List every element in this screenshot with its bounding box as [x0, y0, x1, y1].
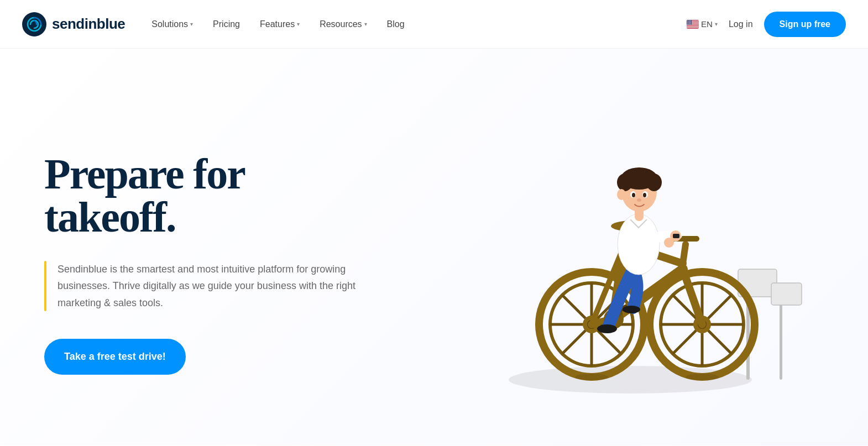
svg-point-20	[688, 22, 689, 22]
nav-resources[interactable]: Resources ▾	[320, 19, 367, 29]
navbar-right: EN ▾ Log in Sign up free	[687, 12, 846, 37]
svg-point-16	[689, 21, 689, 22]
svg-point-21	[689, 22, 689, 22]
svg-point-13	[691, 20, 691, 20]
resources-chevron-icon: ▾	[364, 21, 367, 27]
svg-point-22	[690, 22, 691, 22]
svg-point-9	[687, 20, 688, 20]
svg-rect-6	[687, 26, 699, 27]
features-link[interactable]: Features ▾	[260, 19, 300, 29]
svg-point-31	[689, 24, 689, 24]
svg-point-24	[687, 23, 688, 23]
svg-point-72	[623, 306, 640, 313]
nav-blog[interactable]: Blog	[387, 19, 405, 29]
solutions-link[interactable]: Solutions ▾	[151, 19, 193, 29]
lang-label: EN	[701, 19, 713, 29]
svg-point-34	[509, 366, 752, 393]
navbar: sendinblue Solutions ▾ Pricing Features …	[0, 0, 868, 49]
svg-point-18	[691, 21, 691, 22]
nav-solutions[interactable]: Solutions ▾	[151, 19, 193, 29]
svg-point-56	[686, 374, 719, 380]
login-link[interactable]: Log in	[729, 19, 753, 29]
svg-point-32	[690, 24, 691, 24]
svg-point-12	[690, 20, 691, 20]
logo-link[interactable]: sendinblue	[22, 12, 125, 36]
blog-link[interactable]: Blog	[387, 19, 405, 29]
sendinblue-logo-icon	[22, 12, 46, 36]
features-chevron-icon: ▾	[297, 21, 300, 27]
resources-link[interactable]: Resources ▾	[320, 19, 367, 29]
hero-illustration	[370, 49, 868, 445]
hero-content: Prepare for takeoff. Sendinblue is the s…	[44, 153, 376, 375]
svg-point-0	[22, 12, 46, 36]
hero-scene-svg	[426, 81, 813, 413]
solutions-chevron-icon: ▾	[190, 21, 193, 27]
nav-features[interactable]: Features ▾	[260, 19, 300, 29]
svg-point-19	[687, 22, 688, 22]
svg-point-86	[637, 198, 641, 202]
svg-point-30	[688, 24, 689, 24]
svg-point-26	[689, 23, 689, 23]
navbar-left: sendinblue Solutions ▾ Pricing Features …	[22, 12, 405, 36]
svg-rect-38	[771, 283, 802, 305]
hero-section: Prepare for takeoff. Sendinblue is the s…	[0, 49, 868, 445]
hero-title: Prepare for takeoff.	[44, 153, 376, 239]
svg-point-23	[691, 22, 691, 22]
cta-button[interactable]: Take a free test drive!	[44, 339, 186, 375]
yellow-accent-bar	[44, 261, 46, 312]
nav-pricing[interactable]: Pricing	[213, 19, 240, 29]
svg-point-81	[646, 174, 662, 191]
svg-rect-76	[673, 234, 679, 238]
svg-point-28	[691, 23, 691, 23]
hero-description-container: Sendinblue is the smartest and most intu…	[44, 261, 376, 312]
lang-chevron-icon: ▾	[715, 21, 718, 27]
svg-point-33	[691, 24, 691, 24]
svg-line-63	[683, 244, 686, 264]
svg-point-10	[688, 20, 689, 20]
svg-point-75	[664, 238, 674, 248]
svg-point-71	[597, 324, 617, 333]
svg-rect-5	[687, 24, 699, 25]
hero-description: Sendinblue is the smartest and most intu…	[57, 261, 376, 312]
svg-point-29	[687, 24, 688, 24]
signup-button[interactable]: Sign up free	[764, 12, 846, 37]
pricing-link[interactable]: Pricing	[213, 19, 240, 29]
svg-rect-37	[780, 302, 782, 380]
svg-point-87	[617, 189, 626, 200]
svg-point-14	[687, 21, 688, 22]
svg-point-11	[689, 20, 689, 20]
svg-point-15	[688, 21, 689, 22]
svg-rect-7	[687, 27, 699, 28]
nav-links: Solutions ▾ Pricing Features ▾ Resources…	[151, 19, 404, 29]
svg-point-27	[690, 23, 691, 23]
svg-point-83	[632, 193, 635, 197]
svg-point-25	[688, 23, 689, 23]
svg-point-80	[617, 174, 632, 191]
us-flag-icon	[687, 20, 699, 29]
logo-text: sendinblue	[52, 15, 125, 33]
svg-point-85	[643, 193, 646, 197]
svg-point-47	[575, 374, 608, 380]
svg-point-17	[690, 21, 691, 22]
language-selector[interactable]: EN ▾	[687, 19, 718, 29]
